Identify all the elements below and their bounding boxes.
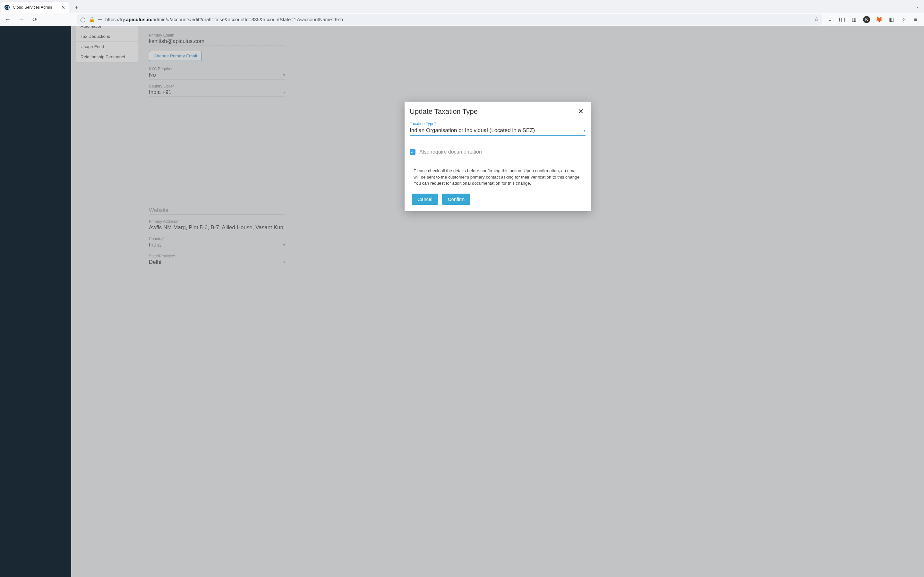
cancel-button[interactable]: Cancel: [412, 193, 438, 205]
forward-button[interactable]: →: [17, 15, 26, 24]
label-also-require-documentation: Also require documentation: [419, 149, 482, 155]
account-k-icon[interactable]: K: [863, 16, 870, 23]
content-area: Automation Tax Deductions Usage Feed Rel…: [71, 26, 924, 577]
checkbox-also-require-documentation[interactable]: ✓: [410, 149, 415, 155]
tab-title: Cloud Services Admin: [13, 5, 58, 10]
back-button[interactable]: ←: [3, 15, 12, 24]
toolbar: ← → ⟳ ◯ 🔒 ⊶ https://try.apiculus.io/admi…: [0, 13, 924, 26]
lock-icon[interactable]: 🔒: [89, 17, 95, 23]
value-taxation-type: Indian Organisation or Individual (Locat…: [410, 127, 535, 134]
browser-tab[interactable]: Cloud Services Admin ✕: [1, 2, 69, 13]
pocket-icon[interactable]: ⌄: [827, 16, 833, 23]
update-taxation-type-modal: Update Taxation Type ✕ Taxation Type* In…: [405, 102, 591, 211]
toolbar-right-icons: ⌄ ⫿⫿⫿ ▥ K 🦊 ◧ ✧ ≡: [827, 16, 921, 23]
hamburger-menu-icon[interactable]: ≡: [913, 16, 919, 23]
crop-extension-icon[interactable]: ◧: [888, 16, 895, 23]
reload-button[interactable]: ⟳: [30, 15, 39, 24]
library-icon[interactable]: ⫿⫿⫿: [838, 16, 845, 23]
address-bar[interactable]: ◯ 🔒 ⊶ https://try.apiculus.io/admin/#/ac…: [77, 14, 822, 25]
bookmark-star-icon[interactable]: ☆: [814, 16, 819, 23]
sidebar-toggle-icon[interactable]: ▥: [851, 16, 857, 23]
confirm-button[interactable]: Confirm: [442, 193, 471, 205]
shield-icon[interactable]: ◯: [80, 17, 86, 23]
chevron-down-icon[interactable]: ▾: [583, 128, 586, 133]
app-left-rail: [0, 26, 71, 577]
extensions-icon[interactable]: ✧: [900, 16, 907, 23]
new-tab-button[interactable]: +: [72, 3, 81, 12]
label-taxation-type: Taxation Type*: [410, 121, 586, 126]
modal-note-text: Please check all the details before conf…: [410, 168, 586, 187]
metamask-icon[interactable]: 🦊: [876, 16, 882, 23]
tab-close-icon[interactable]: ✕: [61, 5, 65, 10]
select-taxation-type[interactable]: Indian Organisation or Individual (Locat…: [410, 127, 586, 135]
modal-close-icon[interactable]: ✕: [576, 107, 586, 116]
tabs-overflow-icon[interactable]: ⌄: [911, 0, 924, 13]
tab-strip: Cloud Services Admin ✕ + ⌄: [0, 0, 924, 13]
page: Automation Tax Deductions Usage Feed Rel…: [0, 26, 924, 577]
permissions-icon[interactable]: ⊶: [98, 17, 102, 22]
browser-chrome: Cloud Services Admin ✕ + ⌄ ← → ⟳ ◯ 🔒 ⊶ h…: [0, 0, 924, 26]
url-text: https://try.apiculus.io/admin/#/accounts…: [105, 17, 811, 22]
favicon-icon: [5, 5, 10, 10]
modal-title: Update Taxation Type: [410, 107, 478, 116]
